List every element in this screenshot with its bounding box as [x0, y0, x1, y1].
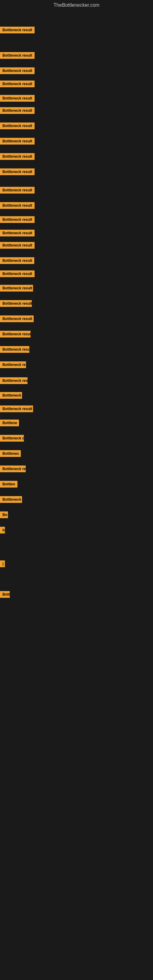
list-item[interactable]: Bottleneck result — [0, 315, 33, 323]
list-item[interactable]: Bottleneck result — [0, 52, 35, 60]
bottleneck-badge: Bottleneck result — [0, 187, 35, 194]
list-item[interactable]: Bottleneck result — [0, 331, 30, 339]
list-item[interactable]: Bottleneck result — [0, 346, 29, 354]
bottleneck-badge: Bottleneck result — [0, 52, 35, 59]
bottleneck-badge: Bottleneck c — [0, 435, 24, 442]
list-item[interactable]: Bottleneck re — [0, 361, 26, 369]
bottleneck-badge: Bottleneck result — [0, 406, 33, 412]
list-item[interactable]: Bottleneck result — [0, 406, 33, 414]
bottleneck-badge: Bottleneck result — [0, 285, 33, 291]
list-item[interactable]: b — [0, 527, 5, 535]
bottleneck-badge: Bottleneck result — [0, 315, 33, 322]
bottleneck-badge: Bottleneck result — [0, 242, 35, 249]
bottleneck-badge: Bottleneck result — [0, 107, 35, 114]
bottleneck-badge: Bottlen — [0, 481, 18, 488]
bottleneck-badge: Bottleneck re — [0, 466, 26, 472]
bottleneck-badge: Bottleneck result — [0, 270, 35, 277]
list-item[interactable]: Bottleneck result — [0, 27, 35, 35]
bottleneck-badge: Bottleneck result — [0, 300, 32, 307]
list-item[interactable]: Bottleneck — [0, 392, 22, 400]
list-item[interactable]: Bottleneck — [0, 496, 22, 504]
list-item[interactable]: Bottleneck result — [0, 81, 35, 89]
bottleneck-badge: Bottleneck result — [0, 67, 35, 74]
bottleneck-badge: Bottleneck result — [0, 153, 35, 160]
list-item[interactable]: Bottleneck result — [0, 230, 35, 238]
list-item[interactable]: Bottleneck result — [0, 300, 32, 308]
bottleneck-badge: Bottleneck result — [0, 216, 35, 223]
list-item[interactable]: Bo — [0, 511, 8, 519]
list-item[interactable]: Bottleneck resu — [0, 377, 27, 385]
bottleneck-badge: b — [0, 527, 5, 533]
bottleneck-badge: Bottlene — [0, 420, 19, 426]
bottleneck-badge: Bottleneck — [0, 392, 22, 399]
list-item[interactable]: Bottleneck result — [0, 123, 35, 130]
list-item[interactable]: | — [0, 560, 5, 568]
list-item[interactable]: Bottleneck c — [0, 435, 24, 443]
bottleneck-badge: Bottleneck result — [0, 123, 35, 129]
list-item[interactable]: Bottlenec — [0, 450, 21, 458]
list-item[interactable]: Bottleneck result — [0, 95, 35, 103]
bottleneck-badge: Bottleneck re — [0, 361, 26, 368]
list-item[interactable]: Bottleneck result — [0, 187, 35, 195]
bottleneck-badge: Bottleneck result — [0, 230, 35, 236]
list-item[interactable]: Bottlen — [0, 481, 18, 489]
list-item[interactable]: Bottleneck result — [0, 285, 33, 293]
bottleneck-badge: Bottleneck result — [0, 27, 35, 33]
bottleneck-badge: Bottleneck resu — [0, 377, 27, 384]
bottleneck-badge: Bo — [0, 511, 8, 518]
bottleneck-badge: Bottleneck result — [0, 138, 35, 145]
list-item[interactable]: Bottleneck result — [0, 257, 34, 265]
bottleneck-badge: Bottleneck result — [0, 169, 35, 175]
list-item[interactable]: Bott — [0, 591, 10, 599]
list-item[interactable]: Bottleneck result — [0, 138, 35, 146]
site-header: TheBottlenecker.com — [0, 0, 153, 9]
bottleneck-container: Bottleneck resultBottleneck resultBottle… — [0, 9, 153, 980]
list-item[interactable]: Bottleneck result — [0, 107, 35, 115]
list-item[interactable]: Bottleneck result — [0, 153, 35, 161]
bottleneck-badge: Bottleneck result — [0, 202, 35, 209]
list-item[interactable]: Bottleneck re — [0, 466, 26, 474]
bottleneck-badge: Bottleneck result — [0, 346, 29, 353]
bottleneck-badge: Bottleneck result — [0, 81, 35, 87]
list-item[interactable]: Bottleneck result — [0, 270, 35, 278]
bottleneck-badge: Bottlenec — [0, 450, 21, 457]
bottleneck-badge: Bottleneck result — [0, 257, 34, 264]
bottleneck-badge: Bottleneck result — [0, 331, 30, 337]
list-item[interactable]: Bottleneck result — [0, 216, 35, 224]
list-item[interactable]: Bottleneck result — [0, 169, 35, 177]
bottleneck-badge: | — [0, 560, 5, 567]
list-item[interactable]: Bottleneck result — [0, 67, 35, 75]
bottleneck-badge: Bottleneck — [0, 496, 22, 503]
list-item[interactable]: Bottlene — [0, 420, 19, 428]
list-item[interactable]: Bottleneck result — [0, 242, 35, 250]
list-item[interactable]: Bottleneck result — [0, 202, 35, 210]
bottleneck-badge: Bott — [0, 591, 10, 598]
site-title: TheBottlenecker.com — [0, 0, 153, 9]
bottleneck-badge: Bottleneck result — [0, 95, 35, 102]
